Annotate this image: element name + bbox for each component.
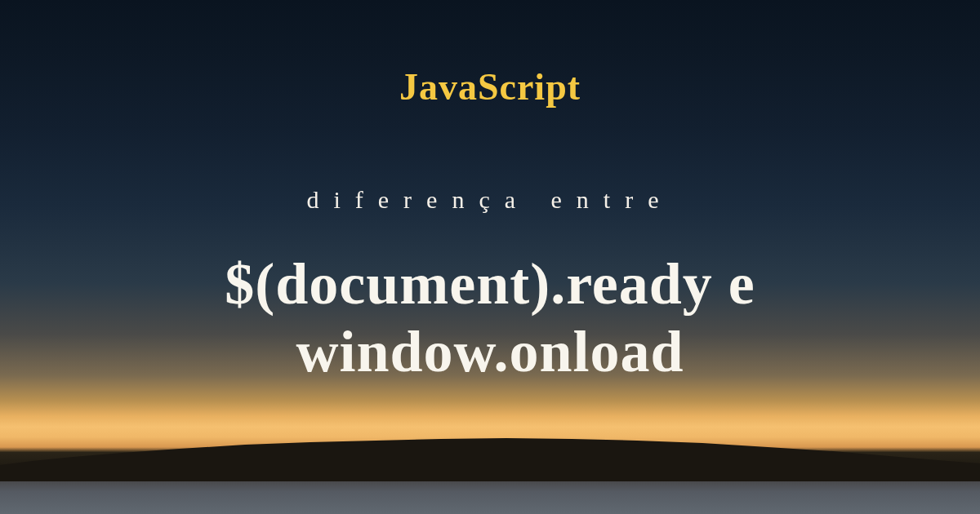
category-title: JavaScript [399, 65, 581, 109]
text-content: JavaScript diferença entre $(document).r… [0, 0, 980, 514]
main-heading: $(document).ready e window.onload [225, 250, 755, 386]
main-line-1: $(document).ready e [225, 250, 755, 318]
subtitle-text: diferença entre [306, 186, 673, 214]
main-line-2: window.onload [225, 318, 755, 386]
